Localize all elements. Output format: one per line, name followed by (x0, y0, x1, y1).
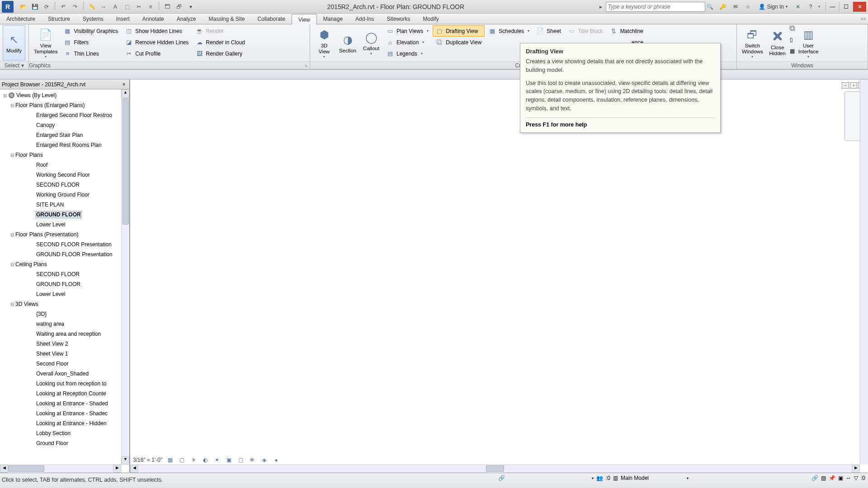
drafting-view-button[interactable]: ▢Drafting View (433, 25, 485, 37)
open-icon[interactable]: 📂 (18, 2, 28, 12)
tree-item[interactable]: Second Floor (0, 359, 121, 369)
search-input[interactable] (606, 2, 705, 12)
tree-item[interactable]: Waiting area and reception (0, 329, 121, 339)
visual-style-icon[interactable]: ▢ (178, 456, 186, 464)
close-button[interactable]: ✕ (853, 2, 866, 12)
tree-toggle-icon[interactable]: ⊟ (9, 302, 15, 307)
switch-windows-button[interactable]: 🗗 Switch Windows ▾ (740, 25, 765, 61)
tree-toggle-icon[interactable]: ⊟ (2, 93, 8, 98)
tab-analyze[interactable]: Analyze (170, 14, 203, 24)
switch-win-q-icon[interactable]: 🗗 (174, 2, 184, 12)
tree-item[interactable]: Enlarged Stair Plan (0, 130, 121, 140)
legends-button[interactable]: ▤Legends▾ (383, 48, 432, 59)
schedules-button[interactable]: ▦Schedules▾ (486, 25, 533, 37)
tab-addins[interactable]: Add-Ins (349, 14, 380, 24)
canvas-vscroll[interactable] (860, 80, 868, 465)
tree-toggle-icon[interactable]: ⊟ (9, 262, 15, 267)
tree-vscroll[interactable]: ▲ ▼ (121, 89, 129, 465)
canvas-hscroll[interactable]: ◀ ▶ (130, 465, 860, 473)
sheet-button[interactable]: 📄Sheet (533, 25, 564, 37)
matchline-button[interactable]: ⇅Matchline (607, 25, 646, 37)
qat-dropdown-icon[interactable]: ▾ (186, 2, 196, 12)
tree-item[interactable]: Sheet View 1 (0, 349, 121, 359)
dimension-icon[interactable]: ↔ (99, 2, 108, 12)
tree-item[interactable]: GROUND FLOOR Presentation (0, 249, 121, 259)
scale-label[interactable]: 3/16" = 1'-0" (133, 457, 162, 463)
project-browser-header[interactable]: Project Browser - 2015R2_Arch.rvt × (0, 80, 129, 89)
scroll-right-icon[interactable]: ▶ (852, 465, 860, 473)
sun-path-icon[interactable]: ☀ (189, 456, 198, 464)
scroll-down-icon[interactable]: ▼ (122, 456, 129, 465)
chevron-down-icon[interactable]: ▾ (687, 476, 689, 480)
scroll-left-icon[interactable]: ◀ (0, 465, 8, 473)
tree-item[interactable]: ⊟3D Views (0, 299, 121, 309)
shadows-icon[interactable]: ◐ (201, 456, 209, 464)
view-restore-icon[interactable]: ▫ (850, 82, 857, 89)
callout-button[interactable]: ◯ Callout ▾ (360, 25, 382, 61)
tree-item[interactable]: SECOND FLOOR (0, 180, 121, 190)
search-icon[interactable]: 🔍 (705, 2, 715, 12)
drag-elements-icon[interactable]: ↔ (846, 475, 851, 481)
tree-item[interactable]: Roof (0, 160, 121, 170)
key-icon[interactable]: 🔑 (718, 2, 728, 12)
minimize-button[interactable]: — (826, 2, 839, 12)
maximize-button[interactable]: ☐ (839, 2, 853, 12)
tree-item[interactable]: Enlarged Second Floor Restroo (0, 110, 121, 120)
select-links-icon[interactable]: 🔗 (811, 475, 818, 481)
tree-item[interactable]: Lobby Section (0, 428, 121, 438)
tab-modify[interactable]: Modify (416, 14, 445, 24)
tree-item[interactable]: GROUND FLOOR (0, 210, 121, 220)
tab-massing-site[interactable]: Massing & Site (203, 14, 251, 24)
signin-button[interactable]: 👤 Sign In ▾ (756, 4, 790, 10)
tree-item[interactable]: Lower Level (0, 289, 121, 299)
thin-lines-button[interactable]: ≡Thin Lines (61, 48, 121, 59)
exchange-icon[interactable]: ✕ (793, 2, 803, 12)
tab-collaborate[interactable]: Collaborate (251, 14, 292, 24)
select-face-icon[interactable]: ▣ (838, 475, 843, 481)
tree-item[interactable]: Looking at Entrance - Shaded (0, 399, 121, 408)
cascade-icon[interactable]: ▯ (790, 37, 795, 48)
visibility-graphics-button[interactable]: ▦Visibility/ Graphics (61, 25, 121, 37)
tree-item[interactable]: SECOND FLOOR (0, 269, 121, 279)
user-interface-button[interactable]: ▥ User Interface ▾ (796, 25, 821, 61)
scroll-right-icon[interactable]: ▶ (113, 465, 121, 473)
tab-annotate[interactable]: Annotate (136, 14, 170, 24)
help-icon[interactable]: ? (806, 2, 816, 12)
drawing-canvas[interactable]: − ▫ × 3/16" = 1'-0" ▦ ▢ ☀ ◐ ✦ ▣ ▢ 👁 ◈ ◂ … (130, 80, 868, 473)
show-hidden-lines-button[interactable]: ◫Show Hidden Lines (122, 25, 192, 37)
tab-architecture[interactable]: Architecture (0, 14, 42, 24)
tree-item[interactable]: SECOND FLOOR Presentation (0, 239, 121, 249)
tree-item[interactable]: Enlarged Rest Rooms Plan (0, 140, 121, 150)
tree-item[interactable]: Looking out from reception to (0, 379, 121, 389)
select-drop-icon[interactable]: ▾ (21, 62, 24, 69)
close-hidden-button[interactable]: 🗙 Close Hidden (766, 25, 789, 61)
tree-item[interactable]: Sheet View 2 (0, 339, 121, 349)
crop-view-icon[interactable]: ▣ (225, 456, 233, 464)
scroll-thumb[interactable] (486, 465, 504, 472)
undo-icon[interactable]: ↶ (58, 2, 68, 12)
tree-hscroll[interactable]: ◀ ▶ (0, 465, 121, 473)
tree-item[interactable]: GROUND FLOOR (0, 279, 121, 289)
remove-hidden-lines-button[interactable]: ◪Remove Hidden Lines (122, 37, 192, 48)
close-inactive-icon[interactable]: 🗔 (162, 2, 172, 12)
tab-systems[interactable]: Systems (76, 14, 110, 24)
tree-item[interactable]: Ground Floor (0, 438, 121, 448)
scroll-left-icon[interactable]: ◀ (130, 465, 138, 473)
unhide-icon[interactable]: 👁 (248, 456, 256, 464)
3d-icon[interactable]: ⬚ (122, 2, 132, 12)
tab-structure[interactable]: Structure (42, 14, 76, 24)
render-gallery-button[interactable]: 🖼Render Gallery (193, 48, 248, 59)
workset-icon[interactable]: 🔗 (498, 475, 505, 481)
favorite-icon[interactable]: ☆ (743, 2, 753, 12)
select-underlay-icon[interactable]: ▨ (821, 475, 826, 481)
tab-manage[interactable]: Manage (317, 14, 349, 24)
tree-item[interactable]: ⊟🔘Views (By Level) (0, 90, 121, 100)
redo-icon[interactable]: ↷ (70, 2, 80, 12)
tree-toggle-icon[interactable]: ⊟ (9, 232, 15, 237)
tab-insert[interactable]: Insert (110, 14, 136, 24)
app-icon[interactable]: R (2, 1, 14, 13)
cut-profile-button[interactable]: ✂Cut Profile (122, 48, 192, 59)
thin-lines-q-icon[interactable]: ≡ (146, 2, 156, 12)
tree-item[interactable]: ⊟Floor Plans (0, 150, 121, 160)
text-icon[interactable]: A (110, 2, 120, 12)
